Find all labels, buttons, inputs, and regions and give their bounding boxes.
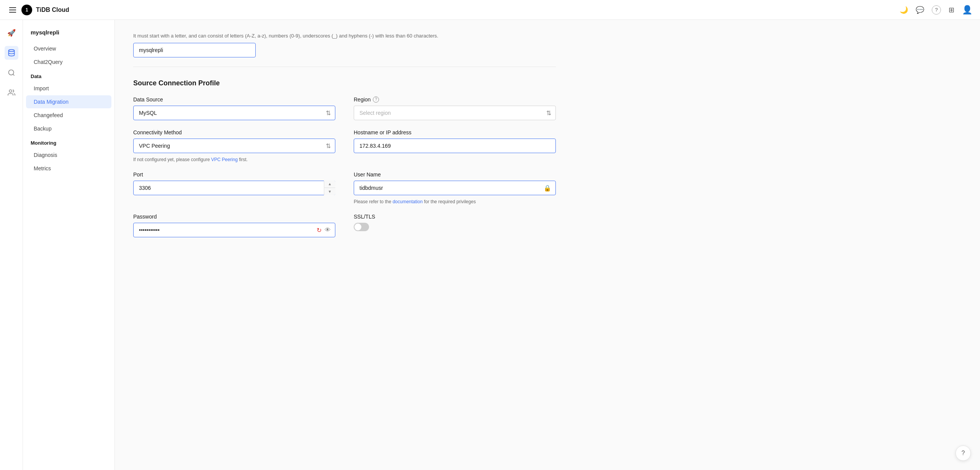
sidebar-section-monitoring: Monitoring bbox=[23, 135, 114, 148]
sidebar-item-metrics[interactable]: Metrics bbox=[26, 162, 111, 175]
password-icons: ↻ 👁 bbox=[317, 226, 331, 233]
section-divider bbox=[133, 67, 556, 67]
help-button[interactable]: ? bbox=[956, 446, 971, 461]
svg-point-1 bbox=[8, 70, 13, 75]
sidebar-item-chat2query[interactable]: Chat2Query bbox=[26, 55, 111, 69]
sidebar-item-diagnosis[interactable]: Diagnosis bbox=[26, 149, 111, 162]
port-increment-button[interactable]: ▲ bbox=[324, 181, 335, 188]
username-input[interactable] bbox=[354, 181, 556, 195]
data-source-select[interactable]: MySQL PostgreSQL MariaDB bbox=[133, 106, 335, 120]
sidebar-icon-users[interactable] bbox=[5, 86, 18, 100]
data-source-group: Data Source MySQL PostgreSQL MariaDB ⇅ bbox=[133, 96, 335, 120]
main-content: It must start with a letter, and can con… bbox=[115, 20, 980, 470]
lock-icon[interactable]: 🔒 bbox=[544, 184, 551, 191]
svg-point-0 bbox=[8, 50, 14, 52]
data-source-select-wrapper: MySQL PostgreSQL MariaDB ⇅ bbox=[133, 106, 335, 120]
dark-mode-icon[interactable]: 🌙 bbox=[900, 6, 908, 14]
hostname-input[interactable] bbox=[354, 139, 556, 153]
documentation-link[interactable]: documentation bbox=[392, 199, 423, 204]
user-avatar-icon[interactable]: 👤 bbox=[962, 5, 972, 15]
nav-sidebar: mysqlrepli Overview Chat2Query Data Impo… bbox=[23, 20, 115, 470]
password-label: Password bbox=[133, 214, 335, 220]
connectivity-helper-text: If not configured yet, please configure … bbox=[133, 157, 335, 162]
sidebar-title: mysqlrepli bbox=[23, 26, 114, 42]
port-group: Port ▲ ▼ bbox=[133, 171, 335, 204]
password-group: Password ↻ 👁 bbox=[133, 214, 335, 237]
password-show-icon[interactable]: 👁 bbox=[325, 227, 331, 233]
sidebar-item-import[interactable]: Import bbox=[26, 82, 111, 95]
username-group: User Name 🔒 Please refer to the document… bbox=[354, 171, 556, 204]
username-helper-text: Please refer to the documentation for th… bbox=[354, 199, 556, 204]
port-label: Port bbox=[133, 171, 335, 178]
name-field-description: It must start with a letter, and can con… bbox=[133, 32, 556, 40]
connectivity-label: Connectivity Method bbox=[133, 129, 335, 135]
connectivity-select[interactable]: VPC Peering Public IP Private Link bbox=[133, 139, 335, 153]
region-label: Region ? bbox=[354, 96, 556, 103]
region-select-wrapper: Select region us-east-1 us-west-2 eu-cen… bbox=[354, 106, 556, 120]
hamburger-menu[interactable] bbox=[8, 6, 18, 14]
sidebar-icon-database[interactable] bbox=[5, 46, 18, 60]
data-source-label: Data Source bbox=[133, 96, 335, 103]
logo-badge: 1 bbox=[21, 5, 32, 15]
connectivity-select-wrapper: VPC Peering Public IP Private Link ⇅ bbox=[133, 139, 335, 153]
sidebar-icon-query[interactable] bbox=[5, 66, 18, 80]
migration-name-input[interactable] bbox=[133, 43, 256, 57]
username-wrapper: 🔒 bbox=[354, 181, 556, 195]
sidebar-item-overview[interactable]: Overview bbox=[26, 42, 111, 55]
password-wrapper: ↻ 👁 bbox=[133, 223, 335, 237]
hostname-group: Hostname or IP address bbox=[354, 129, 556, 162]
sidebar-item-backup[interactable]: Backup bbox=[26, 122, 111, 135]
sidebar-item-data-migration[interactable]: Data Migration bbox=[26, 95, 111, 108]
username-label: User Name bbox=[354, 171, 556, 178]
hostname-label: Hostname or IP address bbox=[354, 129, 556, 135]
ssl-group: SSL/TLS bbox=[354, 214, 556, 237]
svg-point-2 bbox=[9, 90, 12, 93]
region-select[interactable]: Select region us-east-1 us-west-2 eu-cen… bbox=[354, 106, 556, 120]
top-navigation: 1 TiDB Cloud 🌙 💬 ? ⊞ 👤 bbox=[0, 0, 980, 20]
port-decrement-button[interactable]: ▼ bbox=[324, 188, 335, 195]
dashboard-icon[interactable]: ⊞ bbox=[949, 6, 954, 14]
sidebar-section-data: Data bbox=[23, 69, 114, 82]
ssl-toggle[interactable] bbox=[354, 223, 369, 231]
brand-name: TiDB Cloud bbox=[36, 7, 69, 13]
port-wrapper: ▲ ▼ bbox=[133, 181, 335, 195]
connectivity-method-group: Connectivity Method VPC Peering Public I… bbox=[133, 129, 335, 162]
section-title: Source Connection Profile bbox=[133, 79, 556, 87]
help-circle-icon[interactable]: ? bbox=[932, 5, 941, 15]
sidebar-icon-rocket[interactable]: 🚀 bbox=[5, 26, 18, 40]
chat-icon[interactable]: 💬 bbox=[916, 6, 924, 14]
password-input[interactable] bbox=[133, 223, 335, 237]
region-info-icon[interactable]: ? bbox=[373, 96, 379, 103]
port-spinners: ▲ ▼ bbox=[324, 181, 335, 195]
ssl-label: SSL/TLS bbox=[354, 214, 556, 220]
port-input[interactable] bbox=[133, 181, 335, 195]
icon-sidebar: 🚀 bbox=[0, 20, 23, 470]
vpc-peering-link[interactable]: VPC Peering bbox=[211, 157, 237, 162]
sidebar-item-changefeed[interactable]: Changefeed bbox=[26, 109, 111, 122]
password-refresh-icon[interactable]: ↻ bbox=[317, 226, 322, 233]
source-connection-form: Data Source MySQL PostgreSQL MariaDB ⇅ R… bbox=[133, 96, 556, 237]
region-group: Region ? Select region us-east-1 us-west… bbox=[354, 96, 556, 120]
